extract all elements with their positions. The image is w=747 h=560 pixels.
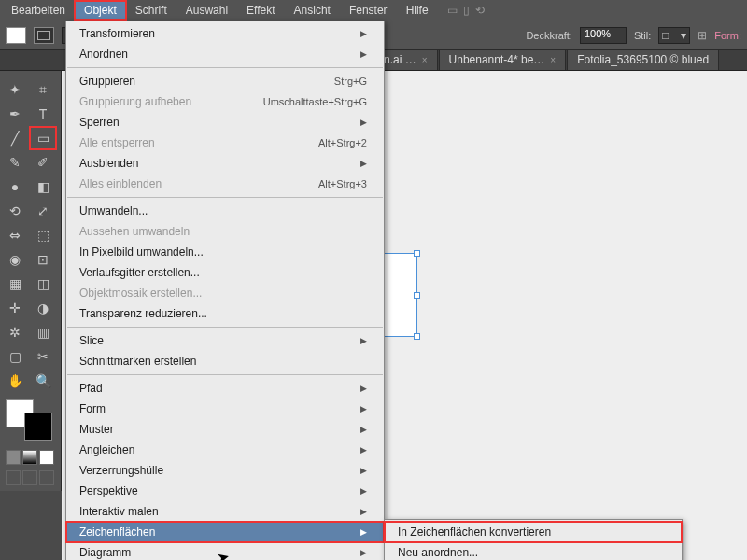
lasso-tool[interactable]: ⌗ [30, 78, 56, 101]
menu-item[interactable]: Ausblenden▶ [66, 153, 384, 174]
fill-swatch[interactable] [6, 27, 26, 44]
menu-item[interactable]: Schnittmarken erstellen [66, 351, 384, 371]
width-tool[interactable]: ⇔ [2, 224, 28, 246]
gradient-tool[interactable]: ◫ [30, 273, 56, 295]
handle-br[interactable] [414, 333, 420, 340]
menu-item[interactable]: Verlaufsgitter erstellen... [66, 262, 384, 283]
graph-tool[interactable]: ▥ [30, 321, 56, 343]
opacity-label: Deckkraft: [526, 30, 572, 41]
menu-item[interactable]: Verzerrungshülle▶ [66, 460, 384, 481]
scale-tool[interactable]: ⤢ [30, 200, 56, 222]
style-label: Stil: [634, 30, 651, 41]
menu-hilfe[interactable]: Hilfe [397, 1, 438, 20]
draw-behind[interactable] [22, 470, 37, 485]
pencil-tool[interactable]: ✐ [30, 151, 56, 174]
menu-item[interactable]: Interaktiv malen▶ [66, 501, 384, 522]
hand-tool[interactable]: ✋ [2, 370, 28, 392]
workspace-icons: ▭ ▯ ⟲ [447, 4, 485, 17]
tab-2[interactable]: Unbenannt-4* be…× [439, 49, 567, 70]
blob-brush-tool[interactable]: ● [2, 175, 28, 198]
draw-inside[interactable] [39, 470, 54, 485]
menu-fenster[interactable]: Fenster [340, 1, 397, 20]
menu-item[interactable]: Perspektive▶ [66, 481, 384, 501]
menu-item[interactable]: GruppierenStrg+G [66, 71, 384, 91]
brush-tool[interactable]: ✎ [2, 151, 28, 174]
menu-item[interactable]: Slice▶ [66, 330, 384, 351]
opacity-input[interactable]: 100% [580, 27, 627, 44]
layout2-icon[interactable]: ▯ [463, 4, 470, 17]
menu-item[interactable]: Zeichenflächen▶ [66, 522, 384, 542]
menu-item[interactable]: Angleichen▶ [66, 440, 384, 460]
style-dropdown[interactable]: □▾ [658, 27, 690, 44]
menu-schrift[interactable]: Schrift [126, 1, 176, 20]
tab-3[interactable]: Fotolia_53695100 © blued [567, 49, 719, 70]
menu-item: Gruppierung aufhebenUmschalttaste+Strg+G [66, 91, 384, 112]
symbol-sprayer-tool[interactable]: ✲ [2, 321, 28, 343]
pen-tool[interactable]: ✒ [2, 103, 28, 125]
menu-item[interactable]: In Pixelbild umwandeln... [66, 242, 384, 262]
menu-item[interactable]: Muster▶ [66, 419, 384, 440]
menu-item: Objektmosaik erstellen... [66, 283, 384, 303]
sync-icon[interactable]: ⟲ [475, 4, 485, 17]
menu-bearbeiten[interactable]: Bearbeiten [2, 1, 75, 20]
artboard-tool[interactable]: ▢ [2, 345, 28, 368]
menubar: Bearbeiten Objekt Schrift Auswahl Effekt… [0, 0, 747, 21]
gradient-mode[interactable] [22, 450, 37, 465]
zoom-tool[interactable]: 🔍 [30, 370, 56, 392]
menu-item[interactable]: Anordnen▶ [66, 44, 384, 64]
menu-item[interactable]: Form▶ [66, 399, 384, 419]
stroke-swatch[interactable] [34, 27, 54, 44]
menu-objekt[interactable]: Objekt [75, 1, 126, 20]
toolbox: ▸ ▹ ✦ ⌗ ✒ T ╱ ▭ ✎ ✐ ● ◧ ⟲ ⤢ ⇔ ⬚ ◉ ⊡ ▦ ◫ … [0, 50, 62, 491]
eyedropper-tool[interactable]: ✛ [2, 297, 28, 319]
menu-item[interactable]: Pfad▶ [66, 378, 384, 399]
color-mode[interactable] [6, 450, 21, 465]
menu-item: Alles einblendenAlt+Strg+3 [66, 174, 384, 194]
line-tool[interactable]: ╱ [2, 127, 28, 149]
color-mode-row [6, 450, 54, 465]
blend-tool[interactable]: ◑ [30, 297, 56, 319]
none-mode[interactable] [39, 450, 54, 465]
stroke-color[interactable] [24, 413, 52, 441]
menu-item: Alle entsperrenAlt+Strg+2 [66, 133, 384, 153]
menu-item[interactable]: Sperren▶ [66, 112, 384, 133]
menu-ansicht[interactable]: Ansicht [285, 1, 340, 20]
handle-mr[interactable] [414, 292, 420, 299]
perspective-tool[interactable]: ⊡ [30, 248, 56, 271]
align-icon[interactable]: ⊞ [698, 29, 707, 42]
free-transform-tool[interactable]: ⬚ [30, 224, 56, 246]
submenu-item[interactable]: Neu anordnen... [385, 542, 682, 560]
menu-item[interactable]: Umwandeln... [66, 201, 384, 221]
objekt-menu: Transformieren▶Anordnen▶GruppierenStrg+G… [65, 21, 385, 560]
handle-tr[interactable] [414, 250, 420, 257]
menu-item[interactable]: Transformieren▶ [66, 23, 384, 44]
close-icon[interactable]: × [550, 55, 556, 65]
slice-tool[interactable]: ✂ [30, 345, 56, 368]
menu-item: Aussehen umwandeln [66, 221, 384, 242]
shape-builder-tool[interactable]: ◉ [2, 248, 28, 271]
menu-item[interactable]: Transparenz reduzieren... [66, 303, 384, 324]
menu-effekt[interactable]: Effekt [237, 1, 284, 20]
draw-mode-row [6, 470, 54, 485]
magic-wand-tool[interactable]: ✦ [2, 78, 28, 101]
layout-icon[interactable]: ▭ [447, 4, 458, 17]
form-label: Form: [714, 30, 741, 41]
mesh-tool[interactable]: ▦ [2, 273, 28, 295]
fill-stroke-swatches[interactable] [6, 399, 52, 441]
rectangle-tool[interactable]: ▭ [30, 127, 56, 149]
draw-normal[interactable] [6, 470, 21, 485]
submenu-item[interactable]: In Zeichenflächen konvertieren [385, 522, 682, 542]
eraser-tool[interactable]: ◧ [30, 175, 56, 198]
type-tool[interactable]: T [30, 103, 56, 125]
rotate-tool[interactable]: ⟲ [2, 200, 28, 222]
menu-auswahl[interactable]: Auswahl [176, 1, 237, 20]
close-icon[interactable]: × [422, 55, 428, 65]
zeichenflaechen-submenu: In Zeichenflächen konvertierenNeu anordn… [384, 519, 683, 560]
